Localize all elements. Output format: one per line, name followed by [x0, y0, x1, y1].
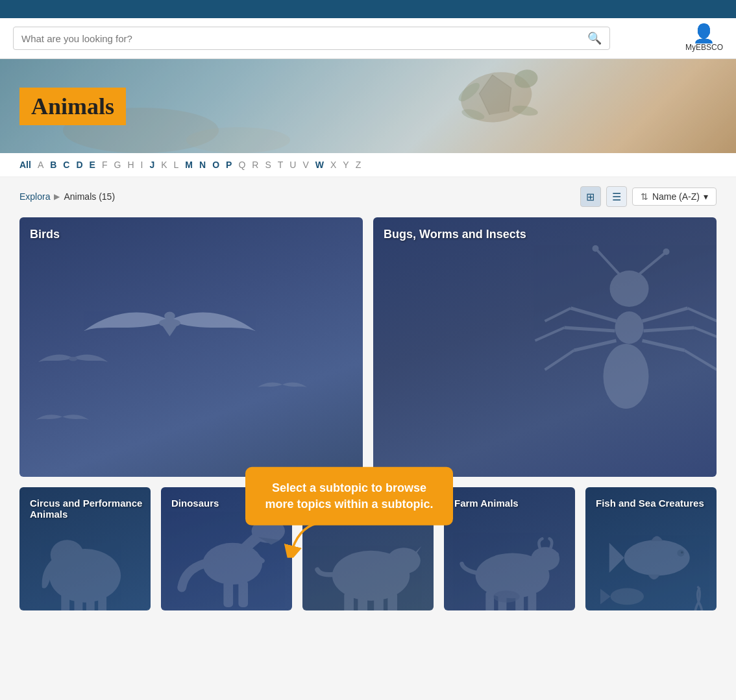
- search-button[interactable]: 🔍: [587, 31, 602, 45]
- alpha-x[interactable]: X: [330, 160, 336, 170]
- chevron-down-icon: ▾: [704, 191, 708, 202]
- alpha-o[interactable]: O: [212, 160, 219, 170]
- svg-point-11: [610, 271, 649, 307]
- alpha-t[interactable]: T: [278, 160, 284, 170]
- card-fish-label: Fish and Sea Creatures: [596, 498, 704, 509]
- svg-point-58: [611, 588, 644, 605]
- list-view-button[interactable]: ☰: [606, 186, 627, 207]
- alpha-y[interactable]: Y: [343, 160, 349, 170]
- svg-point-47: [531, 547, 559, 571]
- svg-point-41: [387, 548, 420, 573]
- myebsco-button[interactable]: 👤 MyEBSCO: [685, 25, 723, 52]
- grid-container: Birds: [19, 217, 717, 610]
- svg-point-13: [604, 344, 649, 409]
- alpha-i[interactable]: I: [141, 160, 143, 170]
- sort-icon: ⇅: [641, 191, 648, 202]
- breadcrumb-current: Animals (15): [64, 191, 115, 202]
- alpha-b[interactable]: B: [50, 160, 56, 170]
- alpha-n[interactable]: N: [199, 160, 206, 170]
- svg-line-27: [694, 328, 717, 341]
- svg-point-16: [593, 245, 599, 252]
- alpha-q[interactable]: Q: [238, 160, 245, 170]
- card-birds-bg: [19, 217, 363, 477]
- svg-line-25: [688, 308, 717, 321]
- search-input[interactable]: [21, 33, 587, 44]
- hero-title-box: Animals: [19, 88, 126, 125]
- tooltip-arrow: [284, 522, 336, 558]
- top-bar: [0, 0, 736, 18]
- sort-dropdown[interactable]: ⇅ Name (A-Z) ▾: [632, 187, 717, 206]
- svg-line-19: [545, 308, 571, 321]
- svg-rect-32: [61, 594, 69, 610]
- alpha-e[interactable]: E: [90, 160, 95, 170]
- svg-point-12: [615, 311, 644, 344]
- breadcrumb-explora-link[interactable]: Explora: [19, 191, 50, 202]
- card-circus[interactable]: Circus and Performance Animals: [19, 487, 151, 610]
- breadcrumb: Explora ▶ Animals (15): [19, 191, 115, 202]
- svg-point-57: [681, 551, 683, 554]
- alpha-l[interactable]: L: [174, 160, 179, 170]
- svg-rect-39: [238, 581, 248, 607]
- card-bugs-label: Bugs, Worms and Insects: [384, 228, 526, 241]
- alpha-g[interactable]: G: [114, 160, 121, 170]
- main-grid: Birds: [19, 217, 717, 477]
- alpha-r[interactable]: R: [252, 160, 258, 170]
- alpha-w[interactable]: W: [315, 160, 324, 170]
- svg-line-24: [643, 308, 688, 321]
- alpha-all[interactable]: All: [19, 160, 31, 170]
- card-dinosaurs-label: Dinosaurs: [171, 498, 219, 509]
- alpha-f[interactable]: F: [102, 160, 108, 170]
- header: 🔍 👤 MyEBSCO: [0, 18, 736, 59]
- card-fish[interactable]: Fish and Sea Creatures: [585, 487, 717, 610]
- search-box[interactable]: 🔍: [13, 27, 610, 50]
- svg-rect-35: [98, 594, 106, 610]
- svg-rect-38: [223, 581, 233, 607]
- alpha-v[interactable]: V: [302, 160, 308, 170]
- card-birds-label: Birds: [30, 228, 60, 241]
- breadcrumb-chevron: ▶: [54, 192, 60, 201]
- alpha-a[interactable]: A: [38, 160, 43, 170]
- alpha-k[interactable]: K: [161, 160, 167, 170]
- alpha-z[interactable]: Z: [356, 160, 362, 170]
- alpha-d[interactable]: D: [76, 160, 82, 170]
- sort-label: Name (A-Z): [652, 191, 700, 202]
- card-bugs[interactable]: Bugs, Worms and Insects: [373, 217, 717, 477]
- avatar-icon: 👤: [693, 25, 715, 43]
- alpha-s[interactable]: S: [265, 160, 271, 170]
- alpha-u[interactable]: U: [289, 160, 296, 170]
- svg-point-10: [69, 357, 77, 361]
- myebsco-label: MyEBSCO: [685, 43, 723, 52]
- svg-point-56: [677, 549, 684, 557]
- svg-point-36: [202, 543, 262, 585]
- svg-line-26: [644, 328, 694, 331]
- svg-rect-33: [74, 594, 82, 610]
- svg-line-28: [643, 341, 685, 350]
- card-birds[interactable]: Birds: [19, 217, 363, 477]
- alpha-m[interactable]: M: [185, 160, 193, 170]
- svg-rect-53: [528, 591, 536, 610]
- search-icon: 🔍: [587, 32, 602, 45]
- grid-view-button[interactable]: ⊞: [580, 186, 601, 207]
- svg-rect-50: [485, 591, 494, 610]
- svg-rect-43: [358, 592, 367, 610]
- alpha-h[interactable]: H: [127, 160, 134, 170]
- svg-line-14: [597, 250, 620, 274]
- svg-point-17: [663, 248, 670, 255]
- svg-rect-34: [86, 594, 95, 610]
- content-area: Explora ▶ Animals (15) ⊞ ☰ ⇅ Name (A-Z) …: [0, 177, 736, 620]
- alpha-c[interactable]: C: [63, 160, 69, 170]
- svg-line-22: [574, 341, 617, 350]
- alpha-j[interactable]: J: [149, 160, 154, 170]
- svg-line-23: [545, 350, 574, 370]
- alpha-p[interactable]: P: [226, 160, 232, 170]
- svg-line-15: [639, 253, 665, 274]
- svg-rect-45: [387, 592, 397, 610]
- svg-line-21: [535, 328, 565, 341]
- card-bugs-bg: [373, 217, 717, 477]
- card-farm[interactable]: Farm Animals: [444, 487, 575, 610]
- breadcrumb-row: Explora ▶ Animals (15) ⊞ ☰ ⇅ Name (A-Z) …: [19, 186, 717, 207]
- birds-image: [19, 217, 363, 477]
- svg-point-55: [624, 540, 690, 575]
- hero-banner: Animals: [0, 59, 736, 153]
- card-farm-label: Farm Animals: [454, 498, 519, 509]
